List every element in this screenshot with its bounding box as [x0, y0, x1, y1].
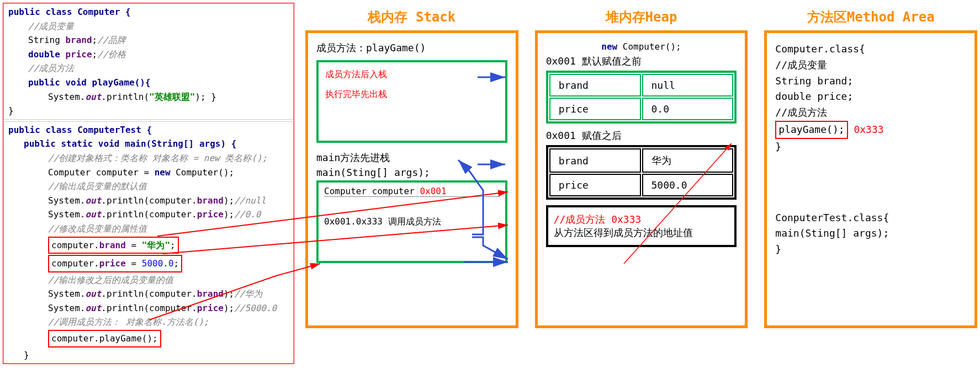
code-panel: public class Computer { //成员变量 String br… [3, 3, 294, 364]
stack-method-frame: 成员方法后入栈 执行完毕先出栈 [316, 60, 507, 143]
set-price-line: computer.price = 5000.0; [48, 255, 182, 272]
playgame-method-area: playGame(); [775, 121, 847, 139]
stack-column: 栈内存 Stack 成员方法：playGame() 成员方法后入栈 执行完毕先出… [305, 8, 518, 364]
set-brand-line: computer.brand = "华为"; [48, 237, 179, 254]
playgame-call-line: computer.playGame(); [48, 330, 161, 347]
stack-main-frame: Computer computer 0x001 0x001.0x333 调用成员… [316, 180, 507, 263]
computertest-class-area: ConputerTest.class{ main(Sting[] args); … [775, 210, 966, 258]
heap-assigned-table: brand华为 price5000.0 [546, 145, 737, 200]
heap-column: 堆内存Heap new Computer(); 0x001 默认赋值之前 bra… [535, 8, 748, 364]
computertest-class-code: public class ComputerTest { public stati… [3, 121, 294, 364]
heap-default-table: brandnull price0.0 [546, 71, 737, 124]
heap-method-box: //成员方法 0x333 从方法区得到成员方法的地址值 [546, 205, 737, 247]
method-area-column: 方法区Method Area Computer.class{ //成员变量 St… [764, 8, 977, 364]
computer-class-code: public class Computer { //成员变量 String br… [3, 3, 294, 120]
computer-class-area: Computer.class{ //成员变量 String brand; dou… [775, 41, 966, 155]
